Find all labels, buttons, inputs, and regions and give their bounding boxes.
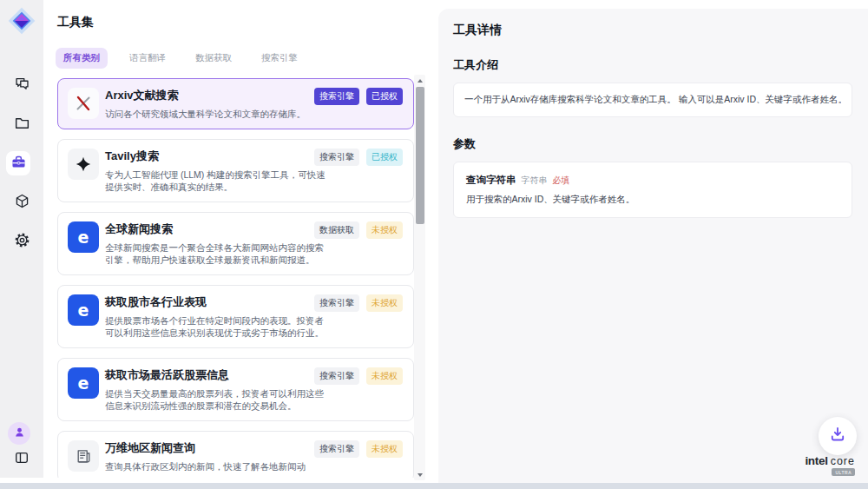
tool-card-regional-news[interactable]: 万维地区新闻查询 搜索引擎 未授权 查询具体行政区划内的新闻，快速了解各地新闻动 xyxy=(57,431,414,478)
badge-group: 搜索引擎 未授权 xyxy=(314,294,403,312)
folder-icon xyxy=(14,115,30,135)
download-button[interactable] xyxy=(819,417,857,455)
tool-title: 万维地区新闻查询 xyxy=(105,440,195,456)
sidebar-item-tools[interactable] xyxy=(6,151,30,175)
cube-icon xyxy=(14,193,30,213)
tool-card-arxiv[interactable]: Arxiv文献搜索 搜索引擎 已授权 访问各个研究领域大量科学论文和文章的存储库… xyxy=(57,78,414,129)
auth-status-badge: 已授权 xyxy=(366,149,403,166)
tool-title: 获取股市各行业表现 xyxy=(105,294,207,310)
news-e-icon: e xyxy=(68,294,99,326)
auth-status-badge: 已授权 xyxy=(366,88,403,105)
intel-wordmark: intel xyxy=(805,454,827,467)
tool-description: 查询具体行政区划内的新闻，快速了解各地新闻动 xyxy=(105,460,327,472)
scroll-down-arrow[interactable] xyxy=(414,469,425,480)
param-description: 用于搜索的Arxiv ID、关键字或作者姓名。 xyxy=(466,194,839,206)
intro-box: 一个用于从Arxiv存储库搜索科学论文和文章的工具。 输入可以是Arxiv ID… xyxy=(453,83,852,117)
page-title: 工具集 xyxy=(57,15,94,30)
news-e-icon: e xyxy=(68,221,99,253)
tool-title: Arxiv文献搜索 xyxy=(105,88,179,103)
sidebar-collapse[interactable] xyxy=(10,447,34,472)
category-badge: 搜索引擎 xyxy=(314,440,359,458)
category-badge: 数据获取 xyxy=(314,221,359,239)
badge-group: 搜索引擎 已授权 xyxy=(314,149,403,166)
tool-card-list: Arxiv文献搜索 搜索引擎 已授权 访问各个研究领域大量科学论文和文章的存储库… xyxy=(57,78,414,478)
arxiv-icon xyxy=(68,88,99,119)
param-required-flag: 必填 xyxy=(553,175,570,187)
icon-sidebar xyxy=(0,0,43,478)
settings-icon xyxy=(14,232,30,252)
category-badge: 搜索引擎 xyxy=(314,367,359,385)
tool-card-tavily[interactable]: Tavily搜索 搜索引擎 已授权 专为人工智能代理 (LLM) 构建的搜索引擎… xyxy=(57,139,414,202)
badge-group: 搜索引擎 已授权 xyxy=(314,88,403,105)
detail-title: 工具详情 xyxy=(453,23,852,38)
category-badge: 搜索引擎 xyxy=(314,294,359,312)
category-badge: 搜索引擎 xyxy=(314,149,359,166)
newspaper-icon xyxy=(68,440,99,472)
user-avatar[interactable] xyxy=(8,422,30,445)
scroll-up-arrow[interactable] xyxy=(414,75,425,86)
param-name: 查询字符串 xyxy=(466,174,516,187)
tool-title: 获取市场最活跃股票信息 xyxy=(105,367,229,383)
badge-group: 搜索引擎 未授权 xyxy=(314,440,403,458)
badge-group: 搜索引擎 未授权 xyxy=(314,367,403,385)
tab-all-categories[interactable]: 所有类别 xyxy=(56,48,108,69)
list-scrollbar[interactable] xyxy=(414,75,425,480)
tool-detail-panel: 工具详情 工具介绍 一个用于从Arxiv存储库搜索科学论文和文章的工具。 输入可… xyxy=(438,9,868,483)
core-wordmark: core xyxy=(831,455,855,467)
auth-status-badge: 未授权 xyxy=(366,440,403,458)
param-box: 查询字符串 字符串 必填 用于搜索的Arxiv ID、关键字或作者姓名。 xyxy=(453,162,852,218)
download-icon xyxy=(829,426,846,446)
category-badge: 搜索引擎 xyxy=(314,88,359,105)
tab-data-acquisition[interactable]: 数据获取 xyxy=(187,48,240,69)
scrollbar-thumb[interactable] xyxy=(416,87,424,224)
window-bottom-edge xyxy=(0,483,868,489)
intel-core-logo: intel core ULTRA xyxy=(805,454,855,467)
auth-status-badge: 未授权 xyxy=(366,294,403,312)
tool-card-active-stocks[interactable]: e 获取市场最活跃股票信息 搜索引擎 未授权 提供当天交易量最高的股票列表，投资… xyxy=(57,358,414,421)
toolbox-icon xyxy=(10,154,27,174)
chat-icon xyxy=(14,76,30,96)
sidebar-item-files[interactable] xyxy=(10,112,34,136)
tab-search-engine[interactable]: 搜索引擎 xyxy=(253,48,306,69)
tool-description: 专为人工智能代理 (LLM) 构建的搜索引擎工具，可快速提供实时、准确和真实的结… xyxy=(105,169,327,193)
tab-language-translation[interactable]: 语言翻译 xyxy=(122,48,174,69)
category-tabs: 所有类别 语言翻译 数据获取 搜索引擎 xyxy=(56,48,306,69)
tool-description: 提供当天交易量最高的股票列表，投资者可以利用这些信息来识别流动性强的股票和潜在的… xyxy=(105,387,327,412)
collapse-panel-icon xyxy=(14,450,30,469)
sidebar-item-settings[interactable] xyxy=(10,229,34,254)
ultra-badge: ULTRA xyxy=(832,468,855,476)
tool-title: 全球新闻搜索 xyxy=(105,221,173,237)
tool-description: 访问各个研究领域大量科学论文和文章的存储库。 xyxy=(105,108,327,120)
intro-text: 一个用于从Arxiv存储库搜索科学论文和文章的工具。 输入可以是Arxiv ID… xyxy=(464,94,841,106)
sparkle-icon xyxy=(68,149,99,180)
app-logo-icon xyxy=(6,5,37,36)
tool-card-global-news[interactable]: e 全球新闻搜索 数据获取 未授权 全球新闻搜索是一个聚合全球各大新闻网站内容的… xyxy=(57,212,414,275)
params-heading: 参数 xyxy=(453,136,852,152)
badge-group: 数据获取 未授权 xyxy=(314,221,403,239)
sidebar-item-chat[interactable] xyxy=(10,73,34,97)
auth-status-badge: 未授权 xyxy=(366,367,403,385)
auth-status-badge: 未授权 xyxy=(366,221,403,239)
tool-description: 全球新闻搜索是一个聚合全球各大新闻网站内容的搜索引擎，帮助用户快速获取全球最新资… xyxy=(105,241,327,266)
news-e-icon: e xyxy=(68,367,99,399)
tool-card-sector-performance[interactable]: e 获取股市各行业表现 搜索引擎 未授权 提供股票市场各个行业在特定时间段内的表… xyxy=(57,285,414,348)
tool-description: 提供股票市场各个行业在特定时间段内的表现。投资者可以利用这些信息来识别表现优于或… xyxy=(105,314,327,339)
user-avatar-icon xyxy=(13,426,26,442)
intro-heading: 工具介绍 xyxy=(453,57,852,73)
param-type: 字符串 xyxy=(522,175,548,187)
tool-title: Tavily搜索 xyxy=(105,149,159,164)
sidebar-item-models[interactable] xyxy=(10,190,34,215)
